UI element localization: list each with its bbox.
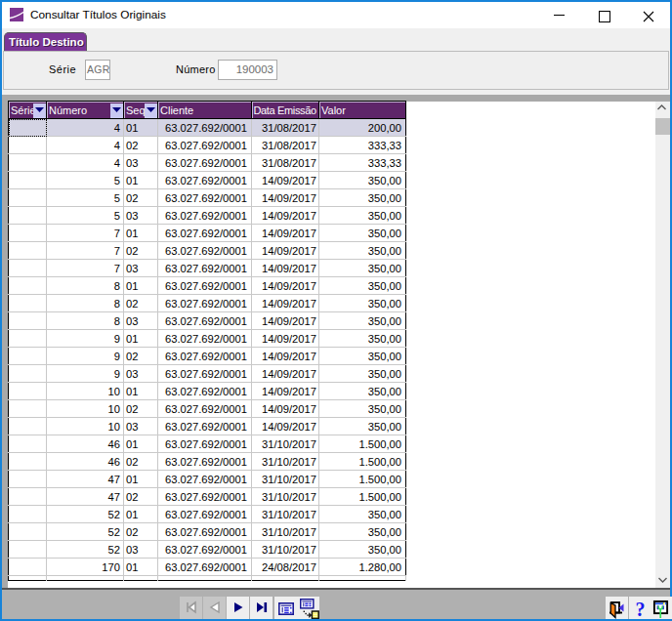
svg-text:?: ? xyxy=(635,600,645,619)
